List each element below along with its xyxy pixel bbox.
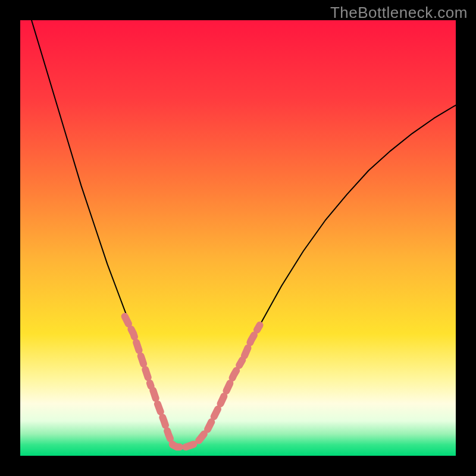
plot-svg	[20, 20, 456, 456]
chart-frame: TheBottleneck.com	[0, 0, 476, 476]
plot-area	[20, 20, 456, 456]
watermark-text: TheBottleneck.com	[330, 4, 468, 22]
gradient-background	[20, 20, 456, 456]
